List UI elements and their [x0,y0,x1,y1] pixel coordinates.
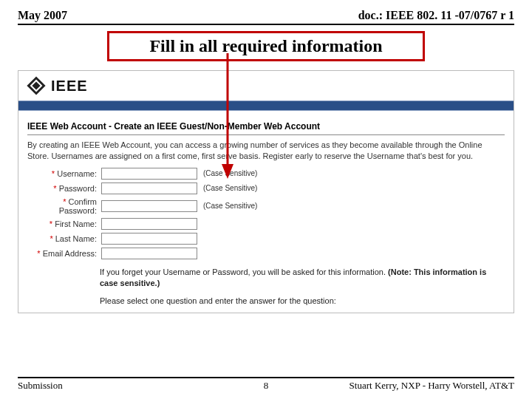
header-date: May 2007 [18,9,67,22]
label-email: * Email Address: [27,249,101,258]
slide: May 2007 doc.: IEEE 802. 11 -07/0767 r 1… [0,0,532,399]
input-password[interactable] [101,183,197,194]
footer-page-number: 8 [18,380,514,392]
ieee-diamond-icon [26,75,47,96]
form-section-heading: IEEE Web Account - Create an IEEE Guest/… [27,121,505,132]
embedded-screenshot: IEEE IEEE Web Account - Create an IEEE G… [18,70,514,313]
ieee-logo-text: IEEE [51,78,88,95]
form-section-rule [27,134,505,135]
input-confirm-password[interactable] [101,200,197,212]
label-first-name: * First Name: [27,219,101,228]
security-question-prompt: Please select one question and enter the… [100,296,505,305]
ieee-logo: IEEE [18,71,514,100]
input-first-name[interactable] [101,218,197,230]
row-confirm-password: * Confirm Password: (Case Sensitive) [27,197,505,215]
row-password: * Password: (Case Sensitive) [27,183,505,194]
form-area: * Username: (Case Sensitive) * Password:… [27,168,505,259]
ieee-header-band: IEEE [18,71,514,111]
ieee-blue-bar [18,100,514,111]
label-username: * Username: [27,169,101,178]
row-username: * Username: (Case Sensitive) [27,168,505,180]
input-username[interactable] [101,168,197,180]
input-email[interactable] [101,248,197,259]
forgot-note: If you forget your Username or Password,… [100,267,505,289]
row-first-name: * First Name: [27,218,505,230]
label-confirm-password: * Confirm Password: [27,197,101,215]
row-email: * Email Address: [27,248,505,259]
footer: Submission 8 Stuart Kerry, NXP - Harry W… [18,377,514,392]
header-row: May 2007 doc.: IEEE 802. 11 -07/0767 r 1 [18,9,514,22]
footer-rule [18,377,514,378]
svg-marker-1 [222,164,233,179]
pointer-arrow [220,53,235,179]
instruction-title: Fill in all required information [107,31,425,61]
hint-confirm-password: (Case Sensitive) [203,202,257,210]
row-last-name: * Last Name: [27,233,505,245]
header-rule [18,24,514,25]
input-last-name[interactable] [101,233,197,245]
hint-password: (Case Sensitive) [203,184,257,192]
label-last-name: * Last Name: [27,234,101,243]
form-intro-text: By creating an IEEE Web Account, you can… [27,140,505,162]
label-password: * Password: [27,184,101,193]
header-doc: doc.: IEEE 802. 11 -07/0767 r 1 [358,9,514,22]
